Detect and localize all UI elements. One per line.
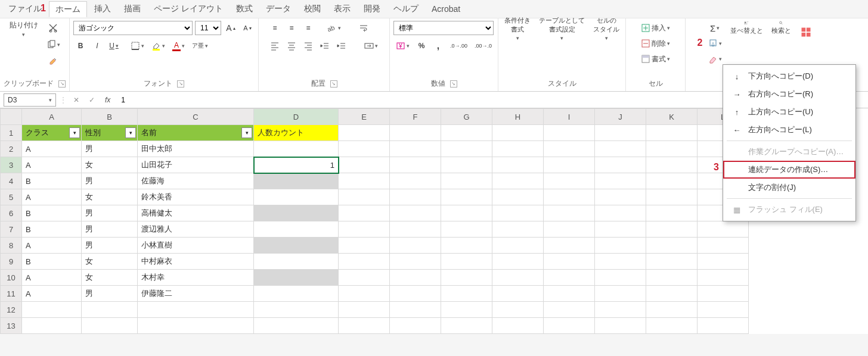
cell-D8[interactable] bbox=[254, 238, 339, 254]
cell-D5[interactable] bbox=[254, 189, 339, 205]
cell-C1[interactable]: 名前▾ bbox=[138, 125, 254, 141]
row-header-13[interactable]: 13 bbox=[1, 318, 22, 334]
cell-E3[interactable] bbox=[339, 157, 390, 173]
cell-F12[interactable] bbox=[390, 302, 441, 318]
cell-H13[interactable] bbox=[492, 318, 544, 334]
cell-A11[interactable]: A bbox=[22, 286, 82, 302]
fill-color-button[interactable]: ▾ bbox=[149, 39, 168, 53]
fill-button[interactable]: ▾ bbox=[706, 36, 724, 51]
cell-E4[interactable] bbox=[339, 173, 390, 189]
cell-J1[interactable] bbox=[595, 125, 646, 141]
cell-F8[interactable] bbox=[390, 238, 441, 254]
cell-C11[interactable]: 伊藤隆二 bbox=[138, 286, 254, 302]
border-button[interactable]: ▾ bbox=[128, 39, 147, 53]
cell-styles-button[interactable]: セルの スタイル▾ bbox=[591, 21, 622, 35]
cell-L8[interactable] bbox=[698, 238, 749, 254]
row-header-10[interactable]: 10 bbox=[1, 270, 22, 286]
cell-H11[interactable] bbox=[492, 286, 544, 302]
font-dialog-launcher[interactable]: ↘ bbox=[177, 80, 184, 88]
cell-I6[interactable] bbox=[544, 205, 595, 221]
cell-B10[interactable]: 女 bbox=[82, 270, 138, 286]
cell-I10[interactable] bbox=[544, 270, 595, 286]
increase-font-button[interactable]: A▴ bbox=[224, 21, 238, 35]
cell-E5[interactable] bbox=[339, 189, 390, 205]
row-header-5[interactable]: 5 bbox=[1, 189, 22, 205]
cell-G4[interactable] bbox=[441, 173, 492, 189]
col-header-A[interactable]: A bbox=[22, 109, 82, 125]
increase-indent-button[interactable] bbox=[334, 39, 349, 53]
select-all-corner[interactable] bbox=[1, 109, 22, 125]
cell-H5[interactable] bbox=[492, 189, 544, 205]
cell-H7[interactable] bbox=[492, 221, 544, 238]
clipboard-dialog-launcher[interactable]: ↘ bbox=[58, 80, 66, 88]
cell-C6[interactable]: 高橋健太 bbox=[138, 205, 254, 221]
col-header-C[interactable]: C bbox=[138, 109, 254, 125]
cell-K12[interactable] bbox=[646, 302, 698, 318]
cell-G9[interactable] bbox=[441, 254, 492, 270]
cell-I12[interactable] bbox=[544, 302, 595, 318]
cell-I1[interactable] bbox=[544, 125, 595, 141]
cell-C8[interactable]: 小林直樹 bbox=[138, 238, 254, 254]
cell-B6[interactable]: 男 bbox=[82, 205, 138, 221]
cell-E1[interactable] bbox=[339, 125, 390, 141]
cell-F2[interactable] bbox=[390, 141, 441, 157]
paste-button[interactable]: 貼り付け ▾ bbox=[7, 21, 41, 35]
tab-数式[interactable]: 数式 bbox=[230, 1, 259, 17]
cell-C4[interactable]: 佐藤海 bbox=[138, 173, 254, 189]
cell-C10[interactable]: 木村幸 bbox=[138, 270, 254, 286]
cell-G12[interactable] bbox=[441, 302, 492, 318]
cell-G7[interactable] bbox=[441, 221, 492, 238]
menu-fill-up[interactable]: ↑上方向へコピー(U) bbox=[723, 103, 855, 121]
menu-fill-left[interactable]: ←左方向へコピー(L) bbox=[723, 121, 855, 139]
cell-K7[interactable] bbox=[646, 221, 698, 238]
cell-E9[interactable] bbox=[339, 254, 390, 270]
row-header-11[interactable]: 11 bbox=[1, 286, 22, 302]
tab-表示[interactable]: 表示 bbox=[328, 1, 356, 17]
col-header-J[interactable]: J bbox=[595, 109, 646, 125]
cell-I9[interactable] bbox=[544, 254, 595, 270]
cell-D3[interactable]: 1 bbox=[254, 157, 339, 173]
cell-B12[interactable] bbox=[82, 302, 138, 318]
insert-cells-button[interactable]: 挿入▾ bbox=[638, 21, 672, 35]
cell-E8[interactable] bbox=[339, 238, 390, 254]
align-right-button[interactable] bbox=[301, 39, 315, 53]
col-header-K[interactable]: K bbox=[646, 109, 698, 125]
cell-C3[interactable]: 山田花子 bbox=[138, 157, 254, 173]
cell-D11[interactable] bbox=[254, 286, 339, 302]
cell-F11[interactable] bbox=[390, 286, 441, 302]
format-cells-button[interactable]: 書式▾ bbox=[638, 52, 672, 66]
align-left-button[interactable] bbox=[268, 39, 282, 53]
cell-K5[interactable] bbox=[646, 189, 698, 205]
col-header-I[interactable]: I bbox=[544, 109, 595, 125]
decrease-font-button[interactable]: A▾ bbox=[240, 21, 255, 35]
col-header-H[interactable]: H bbox=[492, 109, 544, 125]
cell-J3[interactable] bbox=[595, 157, 646, 173]
cell-C9[interactable]: 中村麻衣 bbox=[138, 254, 254, 270]
cell-I4[interactable] bbox=[544, 173, 595, 189]
col-header-E[interactable]: E bbox=[339, 109, 390, 125]
cell-I7[interactable] bbox=[544, 221, 595, 238]
cell-H3[interactable] bbox=[492, 157, 544, 173]
cell-H9[interactable] bbox=[492, 254, 544, 270]
cell-C5[interactable]: 鈴木美香 bbox=[138, 189, 254, 205]
cell-L7[interactable] bbox=[698, 221, 749, 238]
cell-F3[interactable] bbox=[390, 157, 441, 173]
number-format-select[interactable]: 標準 bbox=[393, 21, 494, 35]
cell-E2[interactable] bbox=[339, 141, 390, 157]
cell-L11[interactable] bbox=[698, 286, 749, 302]
orientation-button[interactable]: ab▾ bbox=[325, 21, 343, 35]
cell-A10[interactable]: A bbox=[22, 270, 82, 286]
cell-E6[interactable] bbox=[339, 205, 390, 221]
menu-fill-right[interactable]: →右方向へコピー(R) bbox=[723, 85, 855, 103]
font-color-button[interactable]: A▾ bbox=[170, 39, 187, 53]
align-bottom-button[interactable]: ≡ bbox=[301, 21, 315, 35]
decrease-decimal-button[interactable]: .00→.0 bbox=[472, 39, 494, 53]
format-painter-button[interactable] bbox=[44, 54, 63, 68]
cell-K8[interactable] bbox=[646, 238, 698, 254]
cell-A6[interactable]: B bbox=[22, 205, 82, 221]
tab-挿入[interactable]: 挿入 bbox=[88, 1, 117, 17]
cell-F7[interactable] bbox=[390, 221, 441, 238]
col-header-F[interactable]: F bbox=[390, 109, 441, 125]
row-header-6[interactable]: 6 bbox=[1, 205, 22, 221]
delete-cells-button[interactable]: 削除▾ bbox=[638, 36, 672, 51]
